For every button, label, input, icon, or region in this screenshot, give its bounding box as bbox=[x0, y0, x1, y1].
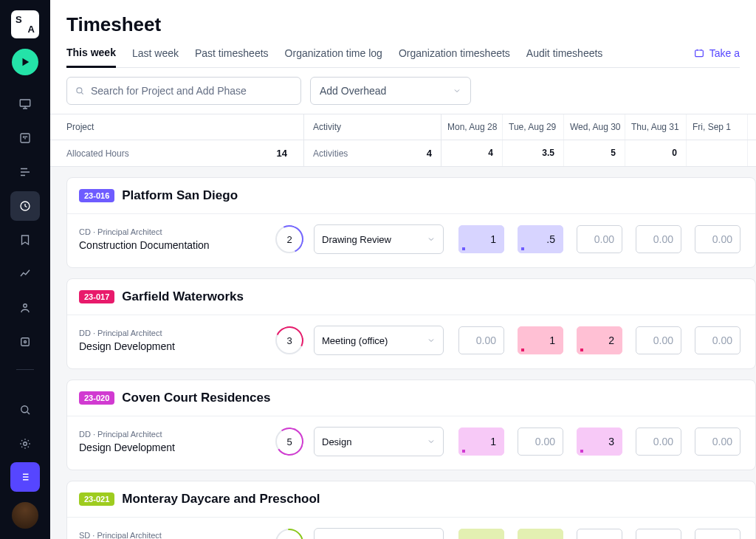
gear-icon[interactable] bbox=[10, 429, 40, 459]
time-cell[interactable]: 0.00 bbox=[518, 428, 563, 456]
tab-audit-timesheets[interactable]: Audit timesheets bbox=[526, 47, 603, 66]
tab-past-timesheets[interactable]: Past timesheets bbox=[195, 47, 269, 66]
page-title: Timesheet bbox=[66, 13, 740, 36]
chevron-down-icon bbox=[453, 86, 461, 95]
take-tour-button[interactable]: Take a bbox=[693, 47, 740, 66]
chart-line-icon[interactable] bbox=[10, 259, 40, 289]
activity-select[interactable]: Design bbox=[314, 528, 444, 539]
avatar[interactable] bbox=[12, 502, 38, 529]
phase-name: Design Development bbox=[79, 340, 271, 352]
search-input[interactable]: Search for Project and Add Phase bbox=[66, 77, 301, 105]
list-icon[interactable] bbox=[10, 462, 40, 492]
project-name: Platform San Diego bbox=[122, 188, 238, 203]
project-card: 23-020Coven Court ResidencesDD · Princip… bbox=[66, 380, 756, 470]
time-cell[interactable]: 0.00 bbox=[458, 326, 504, 354]
tabs: This weekLast weekPast timesheetsOrganiz… bbox=[66, 47, 740, 68]
phase-meta: DD · Principal Architect bbox=[79, 329, 271, 337]
project-code-badge: 23-016 bbox=[79, 189, 114, 202]
time-cell[interactable]: .5 bbox=[518, 225, 563, 253]
time-cell[interactable]: 0.00 bbox=[577, 529, 622, 539]
hours-ring: 4 bbox=[275, 529, 303, 539]
target-icon[interactable] bbox=[10, 327, 40, 357]
hours-ring: 2 bbox=[275, 225, 303, 253]
clock-icon[interactable] bbox=[10, 191, 40, 221]
time-cell[interactable]: 0.00 bbox=[636, 529, 681, 539]
time-cell[interactable]: 1 bbox=[458, 225, 504, 253]
phase-name: Construction Documentation bbox=[79, 239, 271, 251]
time-cell[interactable]: 0.00 bbox=[636, 428, 681, 456]
project-card: 23-017Garfield WaterworksDD · Principal … bbox=[66, 278, 756, 369]
activity-select[interactable]: Meeting (office) bbox=[314, 326, 444, 355]
time-cell[interactable]: 1 bbox=[458, 428, 504, 456]
hours-ring: 3 bbox=[275, 326, 303, 354]
app-logo[interactable]: SA bbox=[11, 10, 39, 38]
project-code-badge: 23-020 bbox=[79, 391, 114, 405]
svg-point-6 bbox=[21, 406, 28, 413]
monitor-icon[interactable] bbox=[10, 89, 40, 119]
grid-header: Project Activity Mon, Aug 28Tue, Aug 29W… bbox=[50, 114, 756, 140]
tab-organization-timesheets[interactable]: Organization timesheets bbox=[399, 47, 510, 66]
time-cell[interactable]: 0.00 bbox=[636, 225, 681, 253]
phase-meta: SD · Principal Architect bbox=[79, 531, 271, 539]
phase-meta: DD · Principal Architect bbox=[79, 430, 271, 439]
project-code-badge: 23-021 bbox=[79, 492, 114, 506]
project-name: Coven Court Residences bbox=[122, 391, 270, 405]
tab-organization-time-log[interactable]: Organization time log bbox=[285, 47, 382, 66]
svg-point-3 bbox=[24, 304, 27, 308]
totals-row: Allocated Hours14 Activities4 43.550 bbox=[50, 140, 756, 167]
add-overhead-select[interactable]: Add Overhead bbox=[310, 77, 471, 105]
phase-meta: CD · Principal Architect bbox=[79, 227, 271, 236]
time-cell[interactable]: 0.00 bbox=[695, 428, 740, 456]
hours-ring: 5 bbox=[275, 428, 303, 456]
time-cell[interactable]: 0.00 bbox=[695, 225, 740, 253]
svg-rect-4 bbox=[21, 338, 30, 346]
project-card: 23-016Platform San DiegoCD · Principal A… bbox=[66, 177, 756, 268]
svg-rect-8 bbox=[695, 50, 703, 57]
project-code-badge: 23-017 bbox=[79, 290, 114, 303]
sidebar: SA bbox=[0, 0, 50, 539]
time-cell[interactable]: 0.00 bbox=[695, 326, 740, 354]
project-name: Garfield Waterworks bbox=[122, 289, 244, 304]
time-cell[interactable]: 2 bbox=[518, 529, 563, 539]
phase-name: Design Development bbox=[79, 442, 271, 453]
svg-point-5 bbox=[24, 341, 27, 343]
search-icon bbox=[75, 86, 85, 96]
search-icon[interactable] bbox=[10, 395, 40, 425]
svg-rect-0 bbox=[20, 100, 30, 106]
activity-select[interactable]: Drawing Review bbox=[314, 224, 444, 254]
bookmark-icon[interactable] bbox=[10, 225, 40, 255]
time-cell[interactable]: 3 bbox=[577, 428, 622, 456]
time-cell[interactable]: 2 bbox=[577, 326, 622, 354]
time-cell[interactable]: 1 bbox=[518, 326, 563, 354]
time-cell[interactable]: 0.00 bbox=[695, 529, 740, 539]
play-button[interactable] bbox=[12, 49, 38, 75]
time-cell[interactable]: 0.00 bbox=[577, 225, 622, 253]
tab-this-week[interactable]: This week bbox=[66, 47, 116, 68]
user-icon[interactable] bbox=[10, 293, 40, 323]
time-cell[interactable]: 2 bbox=[458, 529, 504, 539]
activity-select[interactable]: Design bbox=[314, 427, 444, 456]
tab-last-week[interactable]: Last week bbox=[132, 47, 179, 66]
svg-point-7 bbox=[24, 442, 27, 446]
svg-point-9 bbox=[77, 88, 82, 93]
align-left-icon[interactable] bbox=[10, 157, 40, 187]
project-name: Monteray Daycare and Preschool bbox=[122, 492, 320, 507]
project-card: 23-021Monteray Daycare and PreschoolSD ·… bbox=[66, 481, 756, 539]
time-cell[interactable]: 0.00 bbox=[636, 326, 681, 354]
board-icon[interactable] bbox=[10, 123, 40, 153]
